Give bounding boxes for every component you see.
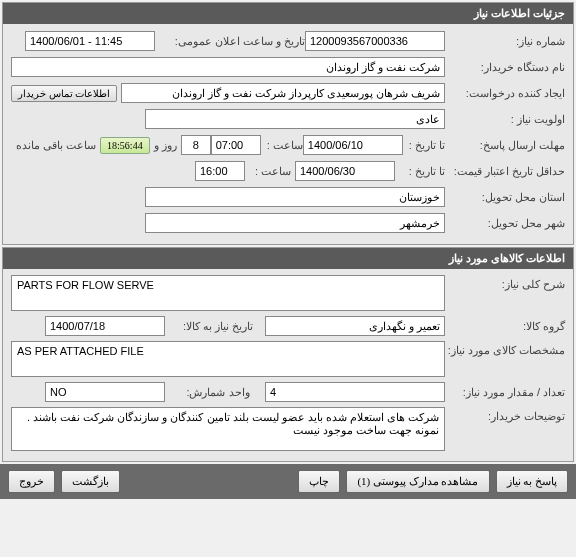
deadline-time-field[interactable] bbox=[211, 135, 261, 155]
desc-label: شرح کلی نیاز: bbox=[445, 275, 565, 291]
unit-field[interactable] bbox=[45, 382, 165, 402]
countdown-badge: 18:56:44 bbox=[100, 137, 150, 154]
spec-field[interactable]: AS PER ATTACHED FILE bbox=[11, 341, 445, 377]
need-date-label: تاریخ نیاز به کالا: bbox=[165, 320, 265, 333]
req-no-field[interactable] bbox=[305, 31, 445, 51]
req-no-label: شماره نیاز: bbox=[445, 35, 565, 48]
remaining-suffix: ساعت باقی مانده bbox=[10, 139, 100, 152]
panel-body-need: شماره نیاز: تاریخ و ساعت اعلان عمومی: نا… bbox=[3, 24, 573, 244]
price-valid-time-field[interactable] bbox=[195, 161, 245, 181]
announce-field[interactable] bbox=[25, 31, 155, 51]
city-field[interactable] bbox=[145, 213, 445, 233]
contact-buyer-button[interactable]: اطلاعات تماس خریدار bbox=[11, 85, 117, 102]
priority-label: اولویت نیاز : bbox=[445, 113, 565, 126]
need-details-panel: جزئیات اطلاعات نیاز شماره نیاز: تاریخ و … bbox=[2, 2, 574, 245]
back-button[interactable]: بازگشت bbox=[61, 470, 120, 493]
unit-label: واحد شمارش: bbox=[165, 386, 265, 399]
panel-header-goods: اطلاعات کالاهای مورد نیاز bbox=[3, 248, 573, 269]
priority-field[interactable] bbox=[145, 109, 445, 129]
buyer-field[interactable] bbox=[11, 57, 445, 77]
time-label-1: ساعت : bbox=[261, 139, 303, 152]
desc-field[interactable]: PARTS FOR FLOW SERVE bbox=[11, 275, 445, 311]
notes-field[interactable]: شرکت های استعلام شده باید عضو لیست بلند … bbox=[11, 407, 445, 451]
need-date-field[interactable] bbox=[45, 316, 165, 336]
qty-label: تعداد / مقدار مورد نیاز: bbox=[445, 386, 565, 399]
deadline-label: مهلت ارسال پاسخ: bbox=[445, 139, 565, 152]
deadline-date-field[interactable] bbox=[303, 135, 403, 155]
panel-body-goods: شرح کلی نیاز: PARTS FOR FLOW SERVE گروه … bbox=[3, 269, 573, 461]
buyer-label: نام دستگاه خریدار: bbox=[445, 61, 565, 74]
qty-field[interactable] bbox=[265, 382, 445, 402]
time-label-2: ساعت : bbox=[245, 165, 295, 178]
group-label: گروه کالا: bbox=[445, 320, 565, 333]
days-suffix: روز و bbox=[150, 139, 181, 152]
price-valid-label: حداقل تاریخ اعتبار قیمت: bbox=[445, 165, 565, 178]
respond-button[interactable]: پاسخ به نیاز bbox=[496, 470, 569, 493]
creator-field[interactable] bbox=[121, 83, 445, 103]
print-button[interactable]: چاپ bbox=[298, 470, 340, 493]
to-date-label-1: تا تاریخ : bbox=[403, 139, 445, 152]
spec-label: مشخصات کالای مورد نیاز: bbox=[445, 341, 565, 357]
province-field[interactable] bbox=[145, 187, 445, 207]
to-date-label-2: تا تاریخ : bbox=[395, 165, 445, 178]
goods-info-panel: اطلاعات کالاهای مورد نیاز شرح کلی نیاز: … bbox=[2, 247, 574, 462]
creator-label: ایجاد کننده درخواست: bbox=[445, 87, 565, 100]
panel-header-need: جزئیات اطلاعات نیاز bbox=[3, 3, 573, 24]
attachments-button[interactable]: مشاهده مدارک پیوستی (1) bbox=[346, 470, 489, 493]
announce-label: تاریخ و ساعت اعلان عمومی: bbox=[155, 35, 305, 48]
province-label: استان محل تحویل: bbox=[445, 191, 565, 204]
price-valid-date-field[interactable] bbox=[295, 161, 395, 181]
city-label: شهر محل تحویل: bbox=[445, 217, 565, 230]
exit-button[interactable]: خروج bbox=[8, 470, 55, 493]
notes-label: توضیحات خریدار: bbox=[445, 407, 565, 423]
group-field[interactable] bbox=[265, 316, 445, 336]
days-field[interactable] bbox=[181, 135, 211, 155]
footer-toolbar: پاسخ به نیاز مشاهده مدارک پیوستی (1) چاپ… bbox=[0, 464, 576, 499]
